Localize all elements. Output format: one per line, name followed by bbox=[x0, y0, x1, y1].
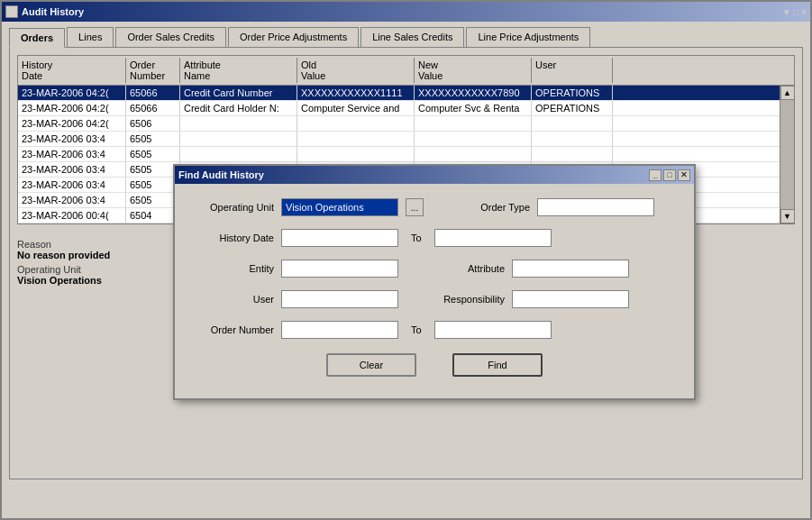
cell-user bbox=[532, 132, 613, 146]
cell-order: 6506 bbox=[126, 116, 180, 131]
cell-date: 23-MAR-2006 00:4( bbox=[18, 208, 126, 223]
cell-old bbox=[297, 132, 415, 146]
cell-old bbox=[297, 147, 415, 161]
tab-line-price-adjustments[interactable]: Line Price Adjustments bbox=[466, 27, 590, 47]
dialog-row-history-date: History Date To bbox=[193, 229, 676, 247]
cell-date: 23-MAR-2006 04:2( bbox=[18, 116, 126, 131]
dialog-row-user: User Responsibility bbox=[193, 290, 676, 308]
history-date-input[interactable] bbox=[281, 229, 398, 247]
cell-old bbox=[297, 116, 415, 131]
tab-line-sales-credits[interactable]: Line Sales Credits bbox=[360, 27, 464, 47]
dialog-row-entity: Entity Attribute bbox=[193, 260, 676, 278]
order-type-label: Order Type bbox=[449, 202, 530, 213]
window-title: Audit History bbox=[22, 6, 84, 17]
cell-attribute: Credit Card Holder N: bbox=[180, 101, 297, 115]
dialog-row-operating-unit: Operating Unit ... Order Type bbox=[193, 198, 676, 216]
dialog-minimize-btn[interactable]: _ bbox=[649, 169, 661, 181]
cell-old: XXXXXXXXXXXX1111 bbox=[297, 86, 415, 100]
cell-order: 6505 bbox=[126, 132, 180, 146]
cell-date: 23-MAR-2006 03:4 bbox=[18, 193, 126, 207]
operating-unit-label: Operating Unit bbox=[193, 202, 274, 213]
order-type-input[interactable] bbox=[537, 198, 654, 216]
find-button[interactable]: Find bbox=[452, 353, 543, 377]
cell-order: 6505 bbox=[126, 193, 180, 207]
history-date-to-label: To bbox=[411, 233, 422, 243]
cell-new bbox=[415, 147, 532, 161]
title-bar-controls: ▼ □ × bbox=[782, 7, 807, 17]
table-row[interactable]: 23-MAR-2006 03:4 6505 bbox=[18, 147, 780, 162]
cell-new: XXXXXXXXXXXX7890 bbox=[415, 86, 532, 100]
cell-date: 23-MAR-2006 03:4 bbox=[18, 162, 126, 177]
order-number-to-label: To bbox=[411, 324, 422, 335]
user-label: User bbox=[193, 294, 274, 305]
cell-order: 65066 bbox=[126, 86, 180, 100]
cell-date: 23-MAR-2006 03:4 bbox=[18, 147, 126, 161]
cell-user bbox=[532, 116, 613, 131]
attribute-label: Attribute bbox=[424, 263, 505, 274]
cell-user: OPERATIONS bbox=[532, 86, 613, 100]
table-scrollbar[interactable]: ▲ ▼ bbox=[780, 86, 794, 224]
table-row[interactable]: 23-MAR-2006 04:2( 6506 bbox=[18, 116, 780, 132]
table-row[interactable]: 23-MAR-2006 03:4 6505 bbox=[18, 132, 780, 147]
cell-new: Computer Svc & Renta bbox=[415, 101, 532, 115]
history-date-to-input[interactable] bbox=[434, 229, 552, 247]
cell-order: 6505 bbox=[126, 147, 180, 161]
dialog-maximize-btn[interactable]: □ bbox=[663, 169, 676, 181]
cell-order: 6505 bbox=[126, 178, 180, 192]
title-bar: Audit History ▼ □ × bbox=[2, 2, 810, 22]
cell-attribute: Credit Card Number bbox=[180, 86, 297, 100]
scroll-track[interactable] bbox=[780, 100, 794, 209]
table-header: HistoryDate OrderNumber AttributeName Ol… bbox=[18, 56, 794, 86]
order-number-to-input[interactable] bbox=[434, 321, 552, 339]
history-date-label: History Date bbox=[193, 233, 274, 243]
cell-attribute bbox=[180, 116, 297, 131]
cell-attribute bbox=[180, 132, 297, 146]
cell-date: 23-MAR-2006 04:2( bbox=[18, 101, 126, 115]
col-new-value: NewValue bbox=[415, 58, 532, 83]
col-user: User bbox=[532, 58, 613, 83]
cell-date: 23-MAR-2006 03:4 bbox=[18, 178, 126, 192]
order-number-input[interactable] bbox=[281, 321, 398, 339]
operating-unit-browse-btn[interactable]: ... bbox=[406, 198, 424, 216]
order-number-label: Order Number bbox=[193, 324, 274, 335]
scroll-down-btn[interactable]: ▼ bbox=[780, 209, 795, 224]
tab-lines[interactable]: Lines bbox=[67, 27, 114, 47]
clear-button[interactable]: Clear bbox=[326, 353, 416, 377]
cell-user: OPERATIONS bbox=[532, 101, 613, 115]
cell-order: 6504 bbox=[126, 208, 180, 223]
dialog-title-bar: Find Audit History _ □ ✕ bbox=[175, 166, 694, 184]
cell-order: 6505 bbox=[126, 162, 180, 177]
col-old-value: OldValue bbox=[297, 58, 415, 83]
cell-date: 23-MAR-2006 04:2( bbox=[18, 86, 126, 100]
table-row[interactable]: 23-MAR-2006 04:2( 65066 Credit Card Numb… bbox=[18, 86, 780, 101]
cell-order: 65066 bbox=[126, 101, 180, 115]
dialog-content: Operating Unit ... Order Type History Da… bbox=[175, 184, 694, 398]
scroll-up-btn[interactable]: ▲ bbox=[780, 86, 795, 100]
dialog-title: Find Audit History bbox=[178, 169, 264, 180]
table-row[interactable]: 23-MAR-2006 04:2( 65066 Credit Card Hold… bbox=[18, 101, 780, 116]
cell-date: 23-MAR-2006 03:4 bbox=[18, 132, 126, 146]
tab-order-price-adjustments[interactable]: Order Price Adjustments bbox=[228, 27, 359, 47]
cell-user bbox=[532, 147, 613, 161]
col-attribute-name: AttributeName bbox=[180, 58, 297, 83]
responsibility-input[interactable] bbox=[512, 290, 629, 308]
cell-attribute bbox=[180, 147, 297, 161]
col-order-number: OrderNumber bbox=[126, 58, 180, 83]
entity-label: Entity bbox=[193, 263, 274, 274]
tab-order-sales-credits[interactable]: Order Sales Credits bbox=[115, 27, 226, 47]
dialog-row-order-number: Order Number To bbox=[193, 321, 676, 339]
tab-orders[interactable]: Orders bbox=[9, 28, 65, 48]
dialog-close-btn[interactable]: ✕ bbox=[678, 169, 690, 181]
cell-new bbox=[415, 116, 532, 131]
app-icon bbox=[5, 5, 18, 18]
dialog-title-controls: _ □ ✕ bbox=[649, 169, 690, 181]
operating-unit-input[interactable] bbox=[281, 198, 398, 216]
cell-new bbox=[415, 132, 532, 146]
col-history-date: HistoryDate bbox=[18, 58, 126, 83]
responsibility-label: Responsibility bbox=[424, 294, 505, 305]
user-input[interactable] bbox=[281, 290, 398, 308]
main-window: Audit History ▼ □ × Orders Lines Order S… bbox=[0, 0, 812, 520]
entity-input[interactable] bbox=[281, 260, 398, 278]
tab-bar: Orders Lines Order Sales Credits Order P… bbox=[9, 27, 803, 47]
attribute-input[interactable] bbox=[512, 260, 629, 278]
